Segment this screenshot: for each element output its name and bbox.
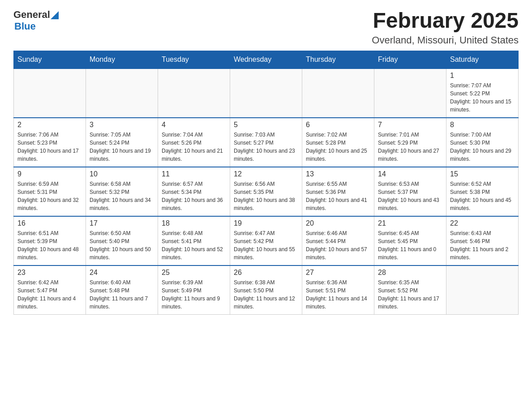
col-wednesday: Wednesday: [230, 51, 302, 68]
calendar-week-row: 9Sunrise: 6:59 AM Sunset: 5:31 PM Daylig…: [14, 167, 519, 216]
calendar-cell: 20Sunrise: 6:46 AM Sunset: 5:44 PM Dayli…: [302, 216, 374, 265]
day-number: 25: [162, 269, 226, 277]
calendar-cell: 21Sunrise: 6:45 AM Sunset: 5:45 PM Dayli…: [374, 216, 446, 265]
day-info: Sunrise: 7:04 AM Sunset: 5:26 PM Dayligh…: [162, 131, 226, 163]
logo: General Blue: [13, 9, 59, 32]
day-number: 17: [90, 219, 154, 227]
calendar-table: Sunday Monday Tuesday Wednesday Thursday…: [13, 51, 519, 315]
day-number: 22: [450, 219, 515, 227]
month-title: February 2025: [372, 9, 519, 33]
day-info: Sunrise: 7:05 AM Sunset: 5:24 PM Dayligh…: [90, 131, 154, 163]
col-thursday: Thursday: [302, 51, 374, 68]
col-sunday: Sunday: [14, 51, 86, 68]
calendar-cell: 3Sunrise: 7:05 AM Sunset: 5:24 PM Daylig…: [86, 118, 158, 167]
day-number: 11: [162, 170, 226, 178]
calendar-cell: 4Sunrise: 7:04 AM Sunset: 5:26 PM Daylig…: [158, 118, 230, 167]
calendar-cell: 24Sunrise: 6:40 AM Sunset: 5:48 PM Dayli…: [86, 265, 158, 315]
calendar-cell: [86, 68, 158, 118]
day-info: Sunrise: 7:00 AM Sunset: 5:30 PM Dayligh…: [450, 131, 515, 163]
day-number: 21: [378, 219, 442, 227]
calendar-week-row: 1Sunrise: 7:07 AM Sunset: 5:22 PM Daylig…: [14, 68, 519, 118]
calendar-header-row: Sunday Monday Tuesday Wednesday Thursday…: [14, 51, 519, 68]
day-number: 5: [234, 121, 298, 129]
calendar-cell: [230, 68, 302, 118]
logo-general-text: General: [13, 9, 50, 21]
calendar-cell: 10Sunrise: 6:58 AM Sunset: 5:32 PM Dayli…: [86, 167, 158, 216]
day-info: Sunrise: 6:38 AM Sunset: 5:50 PM Dayligh…: [234, 278, 298, 311]
calendar-cell: [302, 68, 374, 118]
calendar-cell: 18Sunrise: 6:48 AM Sunset: 5:41 PM Dayli…: [158, 216, 230, 265]
day-number: 26: [234, 269, 298, 277]
logo-blue-text: Blue: [14, 21, 36, 32]
day-number: 27: [306, 269, 370, 277]
calendar-cell: [446, 265, 519, 315]
calendar-cell: 11Sunrise: 6:57 AM Sunset: 5:34 PM Dayli…: [158, 167, 230, 216]
day-info: Sunrise: 6:56 AM Sunset: 5:35 PM Dayligh…: [234, 180, 298, 212]
calendar-cell: 25Sunrise: 6:39 AM Sunset: 5:49 PM Dayli…: [158, 265, 230, 315]
day-info: Sunrise: 7:03 AM Sunset: 5:27 PM Dayligh…: [234, 131, 298, 163]
calendar-cell: [158, 68, 230, 118]
calendar-cell: 6Sunrise: 7:02 AM Sunset: 5:28 PM Daylig…: [302, 118, 374, 167]
calendar-cell: 1Sunrise: 7:07 AM Sunset: 5:22 PM Daylig…: [446, 68, 519, 118]
calendar-cell: [14, 68, 86, 118]
calendar-cell: 27Sunrise: 6:36 AM Sunset: 5:51 PM Dayli…: [302, 265, 374, 315]
calendar-cell: 7Sunrise: 7:01 AM Sunset: 5:29 PM Daylig…: [374, 118, 446, 167]
location-title: Overland, Missouri, United States: [372, 34, 519, 46]
day-info: Sunrise: 6:47 AM Sunset: 5:42 PM Dayligh…: [234, 229, 298, 261]
calendar-cell: 2Sunrise: 7:06 AM Sunset: 5:23 PM Daylig…: [14, 118, 86, 167]
col-tuesday: Tuesday: [158, 51, 230, 68]
day-number: 10: [90, 170, 154, 178]
day-info: Sunrise: 6:45 AM Sunset: 5:45 PM Dayligh…: [378, 229, 442, 261]
calendar-cell: 23Sunrise: 6:42 AM Sunset: 5:47 PM Dayli…: [14, 265, 86, 315]
calendar-week-row: 2Sunrise: 7:06 AM Sunset: 5:23 PM Daylig…: [14, 118, 519, 167]
calendar-cell: 13Sunrise: 6:55 AM Sunset: 5:36 PM Dayli…: [302, 167, 374, 216]
calendar-body: 1Sunrise: 7:07 AM Sunset: 5:22 PM Daylig…: [14, 68, 519, 315]
day-info: Sunrise: 6:42 AM Sunset: 5:47 PM Dayligh…: [17, 278, 82, 311]
day-info: Sunrise: 6:51 AM Sunset: 5:39 PM Dayligh…: [17, 229, 82, 261]
day-info: Sunrise: 6:58 AM Sunset: 5:32 PM Dayligh…: [90, 180, 154, 212]
day-number: 18: [162, 219, 226, 227]
day-number: 6: [306, 121, 370, 129]
calendar-cell: 9Sunrise: 6:59 AM Sunset: 5:31 PM Daylig…: [14, 167, 86, 216]
day-info: Sunrise: 7:02 AM Sunset: 5:28 PM Dayligh…: [306, 131, 370, 163]
calendar-cell: 19Sunrise: 6:47 AM Sunset: 5:42 PM Dayli…: [230, 216, 302, 265]
day-info: Sunrise: 6:35 AM Sunset: 5:52 PM Dayligh…: [378, 278, 442, 311]
day-info: Sunrise: 6:43 AM Sunset: 5:46 PM Dayligh…: [450, 229, 515, 261]
day-number: 7: [378, 121, 442, 129]
calendar-cell: 12Sunrise: 6:56 AM Sunset: 5:35 PM Dayli…: [230, 167, 302, 216]
page-header: General Blue February 2025 Overland, Mis…: [13, 9, 519, 46]
day-number: 1: [450, 72, 515, 80]
calendar-cell: 15Sunrise: 6:52 AM Sunset: 5:38 PM Dayli…: [446, 167, 519, 216]
title-section: February 2025 Overland, Missouri, United…: [372, 9, 519, 46]
day-info: Sunrise: 6:36 AM Sunset: 5:51 PM Dayligh…: [306, 278, 370, 311]
calendar-cell: 14Sunrise: 6:53 AM Sunset: 5:37 PM Dayli…: [374, 167, 446, 216]
day-info: Sunrise: 7:07 AM Sunset: 5:22 PM Dayligh…: [450, 81, 515, 114]
day-info: Sunrise: 6:50 AM Sunset: 5:40 PM Dayligh…: [90, 229, 154, 261]
day-info: Sunrise: 6:46 AM Sunset: 5:44 PM Dayligh…: [306, 229, 370, 261]
day-info: Sunrise: 7:06 AM Sunset: 5:23 PM Dayligh…: [17, 131, 82, 163]
day-info: Sunrise: 6:40 AM Sunset: 5:48 PM Dayligh…: [90, 278, 154, 311]
day-number: 24: [90, 269, 154, 277]
day-number: 8: [450, 121, 515, 129]
day-info: Sunrise: 7:01 AM Sunset: 5:29 PM Dayligh…: [378, 131, 442, 163]
calendar-cell: 8Sunrise: 7:00 AM Sunset: 5:30 PM Daylig…: [446, 118, 519, 167]
day-info: Sunrise: 6:52 AM Sunset: 5:38 PM Dayligh…: [450, 180, 515, 212]
day-number: 12: [234, 170, 298, 178]
day-info: Sunrise: 6:59 AM Sunset: 5:31 PM Dayligh…: [17, 180, 82, 212]
day-number: 4: [162, 121, 226, 129]
calendar-week-row: 16Sunrise: 6:51 AM Sunset: 5:39 PM Dayli…: [14, 216, 519, 265]
col-saturday: Saturday: [446, 51, 519, 68]
calendar-week-row: 23Sunrise: 6:42 AM Sunset: 5:47 PM Dayli…: [14, 265, 519, 315]
calendar-cell: 26Sunrise: 6:38 AM Sunset: 5:50 PM Dayli…: [230, 265, 302, 315]
day-number: 2: [17, 121, 82, 129]
day-info: Sunrise: 6:39 AM Sunset: 5:49 PM Dayligh…: [162, 278, 226, 311]
day-info: Sunrise: 6:57 AM Sunset: 5:34 PM Dayligh…: [162, 180, 226, 212]
day-number: 3: [90, 121, 154, 129]
day-number: 28: [378, 269, 442, 277]
day-number: 19: [234, 219, 298, 227]
day-number: 13: [306, 170, 370, 178]
day-number: 23: [17, 269, 82, 277]
calendar-cell: 16Sunrise: 6:51 AM Sunset: 5:39 PM Dayli…: [14, 216, 86, 265]
day-number: 14: [378, 170, 442, 178]
logo-triangle-icon: [51, 11, 59, 19]
